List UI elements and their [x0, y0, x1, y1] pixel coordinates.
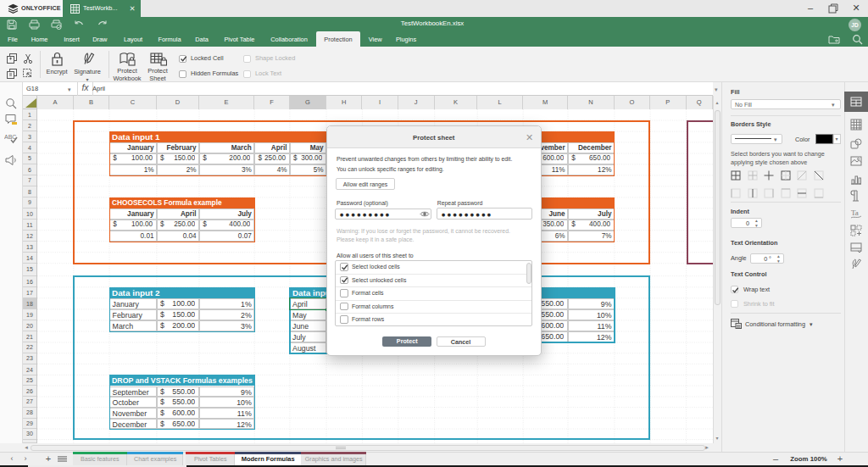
svg-text:Ta: Ta [851, 208, 859, 217]
svg-text:ABC: ABC [4, 134, 16, 140]
